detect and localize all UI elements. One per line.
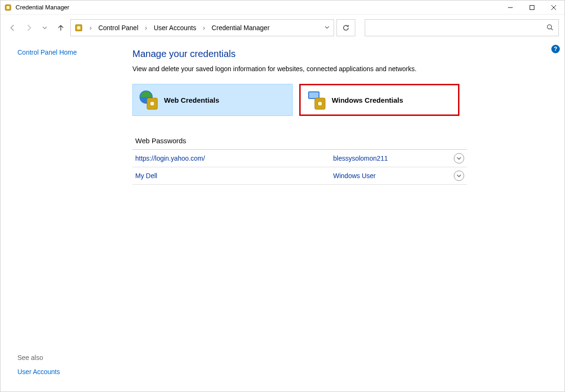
app-icon	[4, 4, 12, 11]
location-icon	[74, 24, 83, 32]
svg-rect-7	[77, 26, 81, 30]
web-passwords-heading: Web Passwords	[132, 135, 467, 150]
titlebar: Credential Manager	[0, 0, 565, 15]
window-title: Credential Manager	[16, 4, 69, 11]
up-button[interactable]	[54, 21, 67, 34]
expand-button[interactable]	[454, 153, 464, 163]
search-box[interactable]	[365, 19, 559, 36]
svg-point-8	[548, 24, 552, 29]
breadcrumb-item[interactable]: Control Panel	[97, 23, 140, 33]
chevron-right-icon: ›	[200, 24, 208, 32]
control-panel-home-link[interactable]: Control Panel Home	[17, 49, 118, 56]
content-area: Manage your credentials View and delete …	[118, 40, 565, 389]
credential-site: https://login.yahoo.com/	[135, 155, 333, 162]
page-heading: Manage your credentials	[132, 49, 546, 59]
sidebar: Control Panel Home See also User Account…	[0, 40, 118, 389]
credential-user: Windows User	[333, 172, 454, 180]
chevron-right-icon: ›	[142, 24, 150, 32]
svg-line-9	[551, 28, 553, 30]
minimize-button[interactable]	[499, 0, 521, 14]
recent-locations-button[interactable]	[38, 21, 51, 34]
monitor-vault-icon	[305, 89, 328, 111]
see-also-label: See also	[17, 354, 60, 361]
user-accounts-link[interactable]: User Accounts	[17, 368, 60, 376]
search-icon	[546, 24, 554, 33]
svg-rect-1	[7, 6, 9, 9]
credential-site: My Dell	[135, 172, 333, 180]
tab-label: Web Credentials	[164, 96, 219, 104]
chevron-right-icon: ›	[87, 24, 95, 32]
credential-row[interactable]: https://login.yahoo.com/ blessysolomon21…	[132, 150, 467, 167]
help-button[interactable]: ?	[551, 45, 560, 53]
maximize-button[interactable]	[521, 0, 543, 14]
close-button[interactable]	[543, 0, 565, 14]
globe-vault-icon	[138, 89, 160, 111]
web-credentials-tab[interactable]: Web Credentials	[132, 84, 293, 116]
expand-button[interactable]	[454, 171, 464, 181]
svg-point-12	[150, 101, 155, 106]
chevron-down-icon[interactable]	[324, 24, 330, 32]
svg-rect-14	[309, 92, 319, 98]
address-bar[interactable]: › Control Panel › User Accounts › Creden…	[70, 19, 334, 36]
window-controls	[499, 0, 565, 14]
help-icon: ?	[554, 46, 557, 52]
breadcrumb-item[interactable]: Credential Manager	[210, 23, 271, 33]
nav-row: › Control Panel › User Accounts › Creden…	[0, 19, 565, 36]
page-subheading: View and delete your saved logon informa…	[132, 65, 546, 73]
back-button[interactable]	[6, 21, 19, 34]
refresh-button[interactable]	[336, 19, 355, 36]
credential-row[interactable]: My Dell Windows User	[132, 167, 467, 185]
svg-point-16	[318, 101, 322, 106]
windows-credentials-tab[interactable]: Windows Credentials	[299, 84, 459, 116]
credential-user: blessysolomon211	[333, 155, 454, 162]
breadcrumb-item[interactable]: User Accounts	[152, 23, 198, 33]
svg-rect-3	[530, 5, 534, 9]
tab-label: Windows Credentials	[332, 96, 403, 104]
forward-button[interactable]	[22, 21, 35, 34]
